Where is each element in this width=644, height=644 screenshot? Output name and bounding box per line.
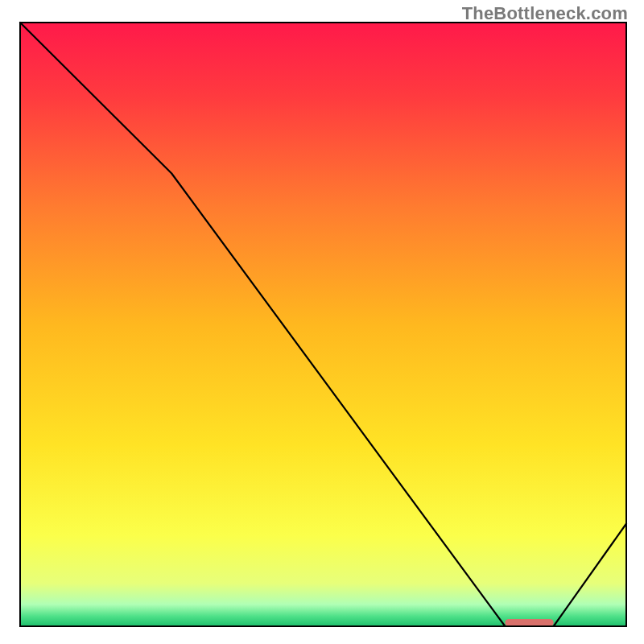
chart-stage: TheBottleneck.com [0,0,644,644]
bottleneck-chart [0,0,644,644]
optimal-zone-marker [505,619,553,626]
